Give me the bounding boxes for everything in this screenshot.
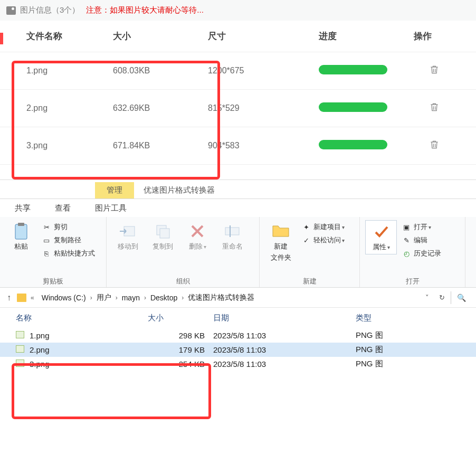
group-label-new: 新建	[265, 276, 354, 286]
delete-button[interactable]	[429, 68, 440, 77]
new-folder-button[interactable]: 新建 文件夹	[265, 220, 297, 264]
svg-rect-4	[160, 229, 169, 238]
image-table: 文件名称 大小 尺寸 进度 操作 1.png 608.03KB 1200*675…	[0, 21, 476, 165]
ribbon-group-partial	[465, 217, 476, 287]
table-row[interactable]: 3.png 671.84KB 904*583	[0, 127, 476, 165]
accent-bar	[0, 33, 3, 44]
rename-icon	[223, 222, 241, 240]
delete-button[interactable]	[429, 106, 440, 115]
cell-progress	[311, 127, 406, 165]
copy-to-button[interactable]: 复制到	[147, 220, 178, 253]
dropdown-button[interactable]: ˅	[421, 292, 433, 304]
clipboard-small-buttons: ✂剪切 ▭复制路径 ⎘粘贴快捷方式	[40, 220, 97, 260]
tab-picture-tools[interactable]: 图片工具	[91, 200, 131, 216]
ribbon-group-new: 新建 文件夹 ✦新建项目 ✓轻松访问 新建	[260, 217, 360, 287]
crumb[interactable]: 优速图片格式转换器	[188, 293, 254, 302]
delete-ribbon-button[interactable]: 删除	[182, 220, 213, 253]
path-icon: ▭	[42, 236, 51, 244]
ribbon: 粘贴 ✂剪切 ▭复制路径 ⎘粘贴快捷方式 剪贴板 移动到 复制到	[0, 217, 476, 288]
refresh-button[interactable]: ↻	[436, 292, 448, 304]
col-size: 大小	[106, 21, 201, 52]
shortcut-icon: ⎘	[42, 249, 51, 258]
progress-bar	[319, 102, 387, 112]
breadcrumb: Windows (C:)› 用户› mayn› Desktop› 优速图片格式转…	[39, 293, 418, 302]
easy-access-button[interactable]: ✓轻松访问	[302, 235, 345, 245]
move-to-button[interactable]: 移动到	[112, 220, 144, 253]
progress-bar	[319, 140, 387, 149]
picture-icon	[6, 6, 16, 15]
edit-icon: ✎	[402, 236, 411, 244]
crumb[interactable]: Windows (C:)	[42, 294, 86, 302]
chevron-right-icon[interactable]: ›	[180, 294, 185, 301]
cell-size: 671.84KB	[106, 127, 201, 165]
open-icon: ▣	[402, 223, 411, 231]
col-size[interactable]: 大小	[148, 313, 213, 323]
folder-icon	[272, 222, 290, 240]
crumb[interactable]: mayn	[122, 294, 140, 302]
table-row[interactable]: 2.png 632.69KB 815*529	[0, 90, 476, 127]
chevron-icon[interactable]: «	[30, 294, 35, 301]
paste-label: 粘贴	[14, 242, 28, 251]
file-row[interactable]: 2.png 179 KB 2023/5/8 11:03 PNG 图	[0, 343, 476, 357]
panel-header: 图片信息（3个） 注意：如果图片较大请耐心等待...	[0, 0, 476, 21]
tab-share[interactable]: 共享	[11, 200, 35, 216]
col-date[interactable]: 日期	[213, 313, 356, 323]
checkmark-icon	[372, 223, 390, 241]
file-row[interactable]: 3.png 254 KB 2023/5/8 11:03 PNG 图	[0, 357, 476, 371]
col-op: 操作	[406, 21, 476, 52]
address-bar: ↑ « Windows (C:)› 用户› mayn› Desktop› 优速图…	[0, 288, 476, 308]
cell-name: 3.png	[0, 127, 106, 165]
delete-button[interactable]	[429, 143, 440, 152]
tab-view[interactable]: 查看	[51, 200, 75, 216]
properties-button[interactable]: 属性	[365, 220, 397, 254]
table-row[interactable]: 1.png 608.03KB 1200*675	[0, 52, 476, 90]
copy-icon	[154, 222, 172, 240]
svg-rect-6	[230, 225, 231, 237]
paste-button[interactable]: 粘贴	[5, 220, 37, 253]
new-item-button[interactable]: ✦新建项目	[302, 222, 345, 232]
edit-button[interactable]: ✎编辑	[402, 235, 441, 245]
file-row[interactable]: 1.png 298 KB 2023/5/8 11:03 PNG 图	[0, 328, 476, 343]
svg-rect-0	[15, 224, 27, 239]
col-name[interactable]: 名称	[16, 313, 148, 323]
chevron-right-icon[interactable]: ›	[89, 294, 93, 301]
up-button[interactable]: ↑	[4, 293, 14, 302]
crumb[interactable]: 用户	[97, 293, 111, 302]
file-list-header: 名称 大小 日期 类型	[0, 308, 476, 328]
cell-dim: 815*529	[201, 90, 311, 127]
search-input[interactable]: 🔍	[451, 291, 472, 304]
open-button[interactable]: ▣打开	[402, 222, 441, 232]
cell-progress	[311, 52, 406, 90]
move-icon	[119, 222, 137, 240]
easy-access-icon: ✓	[302, 236, 310, 244]
group-label-organize: 组织	[112, 276, 254, 286]
png-file-icon	[16, 331, 24, 338]
cut-button[interactable]: ✂剪切	[42, 222, 95, 232]
image-info-panel: 图片信息（3个） 注意：如果图片较大请耐心等待... 文件名称 大小 尺寸 进度…	[0, 0, 476, 165]
history-button[interactable]: ◴历史记录	[402, 249, 441, 258]
progress-bar	[319, 65, 387, 74]
paste-shortcut-button[interactable]: ⎘粘贴快捷方式	[42, 249, 95, 258]
folder-glyph-icon	[17, 294, 26, 302]
rename-button[interactable]: 重命名	[216, 220, 248, 253]
title-tab-row: 管理 优速图片格式转换器	[0, 180, 476, 199]
cell-size: 632.69KB	[106, 90, 201, 127]
file-explorer: 管理 优速图片格式转换器 共享 查看 图片工具 粘贴 ✂剪切 ▭复制路径 ⎘粘贴…	[0, 179, 476, 371]
col-type[interactable]: 类型	[356, 313, 408, 323]
chevron-right-icon[interactable]: ›	[115, 294, 119, 301]
col-name: 文件名称	[0, 21, 106, 52]
svg-rect-5	[225, 228, 239, 235]
copy-path-button[interactable]: ▭复制路径	[42, 235, 95, 245]
crumb[interactable]: Desktop	[150, 294, 177, 302]
clipboard-icon	[12, 222, 30, 240]
ribbon-group-open: 属性 ▣打开 ✎编辑 ◴历史记录 打开	[360, 217, 465, 287]
col-progress: 进度	[311, 21, 406, 52]
scissors-icon: ✂	[42, 223, 51, 231]
cell-name: 2.png	[0, 90, 106, 127]
cell-dim: 904*583	[201, 127, 311, 165]
ribbon-group-organize: 移动到 复制到 删除 重命名 组织	[107, 217, 260, 287]
tab-manage[interactable]: 管理	[95, 182, 134, 198]
chevron-right-icon[interactable]: ›	[143, 294, 147, 301]
png-file-icon	[16, 360, 24, 367]
panel-title: 图片信息（3个）	[20, 5, 80, 15]
